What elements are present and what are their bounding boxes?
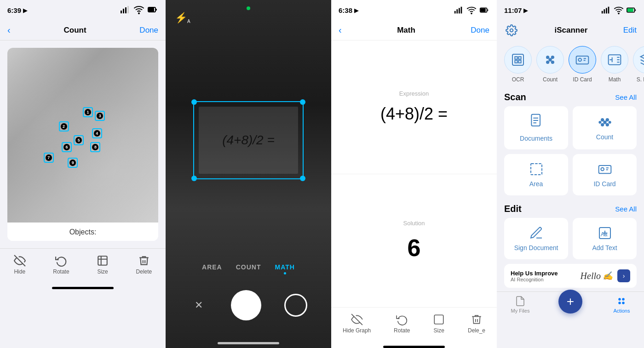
count-value: 9 bbox=[15, 238, 151, 241]
back-button-math[interactable]: ‹ bbox=[339, 25, 342, 35]
svg-point-36 bbox=[601, 119, 604, 121]
math-rotate-icon bbox=[396, 314, 408, 325]
area-label: Area bbox=[529, 180, 543, 188]
scan-idcard-card[interactable]: ID Card bbox=[573, 154, 637, 195]
add-text-label: Add Text bbox=[592, 244, 617, 251]
toolbar-rotate[interactable]: Rotate bbox=[53, 255, 69, 275]
sign-document-card[interactable]: Sign Document bbox=[504, 218, 568, 259]
rotate-icon bbox=[55, 255, 67, 267]
solution-label: Solution bbox=[403, 220, 425, 227]
documents-icon bbox=[529, 114, 544, 131]
svg-point-13 bbox=[471, 13, 472, 14]
iscanner-edit-button[interactable]: Edit bbox=[623, 26, 637, 35]
tab-my-files[interactable]: My Files bbox=[511, 296, 529, 314]
svg-point-51 bbox=[622, 302, 624, 304]
size-label: Size bbox=[97, 268, 108, 275]
ai-banner[interactable]: Help Us Improve AI Recognition Hello ✍️ … bbox=[504, 264, 637, 288]
camera-tab-count[interactable]: COUNT bbox=[236, 263, 261, 274]
count-image: 1 2 3 4 5 6 7 8 9 bbox=[7, 48, 158, 222]
shutter-button[interactable] bbox=[231, 290, 261, 320]
math-delete-button[interactable]: Dele_e bbox=[468, 314, 485, 334]
add-button[interactable]: + bbox=[558, 290, 582, 314]
mode-button[interactable] bbox=[284, 294, 307, 317]
count-image-container: 1 2 3 4 5 6 7 8 9 Objects: 9 bbox=[7, 48, 158, 241]
hide-graph-button[interactable]: Hide Graph bbox=[343, 314, 371, 334]
cancel-button-camera[interactable]: ✕ bbox=[190, 296, 208, 314]
smart-icon-circle bbox=[633, 46, 644, 74]
camera-tabs: AREA COUNT MATH bbox=[166, 263, 331, 274]
svg-point-22 bbox=[618, 13, 619, 14]
toolbar-delete[interactable]: Delete bbox=[136, 255, 152, 275]
ai-banner-arrow[interactable]: › bbox=[617, 269, 630, 282]
nav-bar-iscanner: iScanner Edit bbox=[497, 20, 644, 40]
tab-actions[interactable]: Actions bbox=[613, 296, 630, 314]
tool-idcard[interactable]: ID Card bbox=[569, 46, 596, 83]
flash-icon[interactable]: ⚡A bbox=[175, 12, 190, 24]
scan-count-label: Count bbox=[596, 133, 613, 141]
svg-text:Aa: Aa bbox=[600, 231, 607, 238]
math-rotate-label: Rotate bbox=[394, 327, 410, 334]
scan-area-card[interactable]: Area bbox=[504, 154, 568, 195]
corner-tl bbox=[191, 99, 197, 105]
solution-value: 6 bbox=[408, 234, 421, 262]
edit-see-all[interactable]: See All bbox=[615, 205, 637, 213]
math-toolbar: Hide Graph Rotate Size Dele_e bbox=[331, 307, 497, 344]
battery-icon-count bbox=[147, 4, 158, 17]
tool-smart[interactable]: S. Mar... bbox=[633, 46, 644, 83]
count-icon bbox=[543, 52, 558, 67]
toolbar-size[interactable]: Size bbox=[97, 255, 109, 275]
svg-point-41 bbox=[599, 121, 601, 123]
dot-marker-5: 5 bbox=[74, 135, 84, 145]
battery-icon-iscanner bbox=[627, 5, 637, 15]
scan-count-card[interactable]: Count bbox=[573, 106, 637, 149]
signal-icon-iscanner bbox=[601, 5, 611, 15]
ai-banner-text: Help Us Improve AI Recognition bbox=[511, 270, 576, 282]
dot-marker-1: 1 bbox=[83, 107, 93, 117]
scan-documents-card[interactable]: Documents bbox=[504, 106, 568, 149]
svg-point-38 bbox=[601, 124, 604, 126]
math-size-label: Size bbox=[434, 327, 444, 334]
svg-rect-12 bbox=[461, 7, 462, 14]
tool-icons-row: OCR Count bbox=[497, 40, 644, 88]
hide-graph-icon bbox=[351, 314, 363, 325]
camera-tab-area[interactable]: AREA bbox=[202, 263, 222, 274]
svg-rect-24 bbox=[627, 8, 633, 11]
svg-rect-8 bbox=[98, 256, 107, 265]
svg-rect-2 bbox=[125, 7, 126, 13]
tool-ocr[interactable]: OCR bbox=[504, 46, 532, 83]
status-time-math: 6:38 bbox=[339, 6, 352, 14]
math-rotate-button[interactable]: Rotate bbox=[394, 314, 410, 334]
svg-point-28 bbox=[552, 56, 554, 58]
expression-value: (4+8)/2 = bbox=[380, 104, 448, 124]
svg-point-45 bbox=[601, 168, 604, 171]
settings-icon[interactable] bbox=[504, 23, 519, 38]
ocr-icon bbox=[511, 52, 525, 67]
idcard-icon-circle bbox=[569, 46, 596, 74]
svg-point-48 bbox=[619, 298, 621, 300]
math-size-button[interactable]: Size bbox=[433, 314, 445, 334]
svg-point-33 bbox=[578, 58, 581, 62]
camera-tab-math[interactable]: MATH bbox=[275, 263, 295, 274]
math-expression-section: Expression (4+8)/2 = bbox=[331, 40, 497, 174]
svg-rect-6 bbox=[149, 8, 154, 11]
status-icons-iscanner bbox=[601, 5, 637, 15]
done-button-count[interactable]: Done bbox=[139, 26, 158, 35]
add-text-card[interactable]: Aa Add Text bbox=[573, 218, 637, 259]
corner-tr bbox=[300, 99, 305, 105]
dot-marker-2: 2 bbox=[59, 121, 69, 131]
tool-math[interactable]: Math bbox=[601, 46, 628, 83]
panel-camera: ⚡A (4+8)/2 = AREA COUNT MATH ✕ bbox=[166, 0, 331, 348]
ocr-label: OCR bbox=[512, 76, 524, 83]
nav-title-count: Count bbox=[63, 26, 86, 35]
math-icon-circle bbox=[601, 46, 628, 74]
back-button-count[interactable]: ‹ bbox=[7, 25, 11, 35]
scan-see-all[interactable]: See All bbox=[615, 93, 637, 101]
objects-label: Objects: bbox=[15, 228, 151, 236]
dot-marker-9: 9 bbox=[68, 158, 78, 168]
tool-count[interactable]: Count bbox=[536, 46, 564, 83]
done-button-math[interactable]: Done bbox=[471, 26, 489, 35]
toolbar-hide[interactable]: Hide bbox=[14, 255, 26, 275]
scan-idcard-icon bbox=[598, 162, 612, 177]
dot-marker-7: 7 bbox=[44, 153, 54, 163]
math-size-icon bbox=[433, 314, 445, 325]
